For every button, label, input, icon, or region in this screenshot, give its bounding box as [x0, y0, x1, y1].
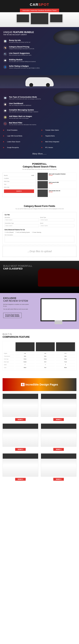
field-label: Brand [40, 222, 75, 224]
filter-row[interactable]: Condition [4, 177, 34, 180]
compare-label: Body Type [4, 360, 14, 363]
form-grid: Warrantee Select Option Brand Type Selec… [5, 217, 74, 227]
desc-textarea[interactable] [5, 236, 74, 242]
compare-value: Auto [36, 355, 55, 358]
feature-item: 📋 User DashBoard User can manag his prof… [3, 102, 76, 106]
designs-title: 6 Incredible Design Pages [21, 383, 58, 386]
filter-label: Body Type [4, 181, 12, 182]
compare-value: 3.5L [36, 352, 55, 355]
filter-row[interactable]: Year [4, 183, 34, 186]
car-price: $18,000 [49, 175, 75, 176]
compare-value: Truck [56, 360, 75, 363]
car-image [38, 190, 48, 197]
logo-post: SPOT [38, 2, 49, 6]
search-results: 2017 Audi A4 quattro Premium $18,000 201… [37, 172, 77, 197]
feature-desc: User can manag his profile from dashboar… [9, 105, 31, 106]
checkbox-option[interactable]: ☐ 4 Pin (Alloyed) [5, 232, 13, 233]
car-title: 2016 Honda Civic EX [49, 190, 75, 192]
demo-item[interactable]: DEMO 5 [2, 454, 38, 481]
filter-row[interactable]: Body Type [4, 180, 34, 183]
compare-image [56, 342, 75, 351]
compare-value: 7 [36, 363, 55, 366]
select-input[interactable]: Select Option [5, 218, 39, 221]
feature-title: Seller Rating & Badges [9, 65, 40, 67]
check-icon: ▸ [41, 140, 44, 143]
select-input[interactable]: Select Option [40, 224, 75, 227]
logo-pre: CAR [30, 2, 38, 6]
form-section: Category Based Form Fields You can ad fo… [0, 201, 79, 261]
feature-desc: You can remove words from description th… [9, 124, 36, 125]
filter-label: Brands [4, 175, 12, 176]
form-field: Brand Select Option [40, 222, 75, 227]
checkbox-option[interactable]: ☐ Power Steering [32, 232, 41, 233]
compare-title: BUILT IN COMPARISON FEATURE [2, 333, 77, 338]
feature-icon: 📋 [3, 102, 7, 106]
filter-value [12, 181, 34, 182]
car-card[interactable]: 2015 Lexus IS 250 $42,000 [37, 181, 77, 189]
feature-item: 🖼️ Add Water Mark on Images You can add … [3, 115, 76, 119]
compare-value: 2.0L [15, 352, 35, 355]
feature-title: User DashBoard [9, 102, 31, 104]
dropzone[interactable]: ☁ Drop files to upload [2, 246, 77, 257]
demo-item[interactable]: DEMO 3 [2, 424, 38, 451]
demo-item[interactable]: DEMO 4 [41, 424, 77, 451]
form-checks: ☐ 4 Pin (Alloyed)☐ Anti-Lock Braking Sys… [5, 232, 74, 233]
review-section: EXCLUSIVE CAR REVIEW SYSTEM We have inte… [0, 293, 79, 329]
compare-value: Red [36, 366, 55, 369]
more-text: Many More....... [3, 153, 76, 155]
grid-label: RTL Version [45, 147, 53, 148]
grid-item: ▸ Email Templates [3, 129, 38, 132]
demo-item[interactable]: DEMO 2 [41, 394, 77, 421]
car-image [38, 173, 48, 180]
form-field: Brand Type Select Option [40, 217, 75, 221]
field-label: Transmittion Type [5, 222, 39, 224]
feature-item: 💬 Bidding Module You can allow user to a… [3, 58, 76, 62]
car-card[interactable]: 2016 Honda Civic EX $22,500 [37, 189, 77, 197]
demo-item[interactable]: DEMO 6 [41, 454, 77, 481]
check-icon: ▸ [3, 140, 6, 143]
desc-field: Item Description [5, 234, 74, 242]
review-badge: No Extra Plugin Needed EVERYTHING INSIDE [3, 313, 22, 318]
search-sub: You can ad search filter as you like and… [2, 169, 77, 170]
feature-icon: 🔍 [3, 52, 7, 56]
compare-value: Auto [56, 355, 75, 358]
feature-item: 🏷️ Category Based Pricing Category based… [3, 46, 76, 50]
feature-item: 🔍 Live Search Suggesions Most convenient… [3, 52, 76, 56]
field-label: Warrantee [5, 217, 39, 218]
logo: CARSPOT [0, 2, 79, 7]
compare-label: Engine [4, 352, 14, 355]
theme-previews [0, 10, 79, 27]
select-input[interactable]: Select Option [5, 224, 39, 227]
compare-value: 5.7L [56, 352, 75, 355]
filter-row[interactable]: Drive Side [4, 186, 34, 189]
search-title: POWERFULLCategory Based Search Filters [2, 163, 77, 168]
feature-title: Add Water Mark on Images [9, 115, 32, 117]
form-title: Category Based Form Fields [2, 205, 77, 208]
compare-value: SUV [36, 360, 55, 363]
feature-desc: Advance rating system and admin can give… [9, 67, 40, 69]
feature-icon: 🖼️ [3, 115, 7, 119]
select-input[interactable]: Select Option [40, 218, 75, 221]
form-sub: You can ad form fields as per your categ… [2, 208, 77, 210]
compare-image [36, 342, 55, 351]
grid-item: ▸ Youtube Video Option [41, 129, 76, 132]
car-card[interactable]: 2017 Audi A4 quattro Premium $18,000 [37, 172, 77, 180]
car-info: 2017 Audi A4 quattro Premium $18,000 [48, 173, 76, 180]
compare-value: 5 [15, 363, 35, 366]
demo-screenshot [2, 424, 38, 447]
grid-item: ▸ Loation Base Search [3, 140, 38, 143]
search-button[interactable]: SEARCH [4, 190, 34, 193]
preview-thumb [16, 14, 29, 22]
classified-title: BUILD MOST POWERFULL CAR CLASSIFIED [3, 265, 76, 270]
search-form: Brands AUDI Condition Body Type Year Dri… [2, 172, 77, 197]
demo-item[interactable]: DEMO 1 [2, 394, 38, 421]
field-label: Brand Type [40, 217, 75, 218]
filter-row[interactable]: Brands AUDI [4, 174, 34, 177]
compare-value: Sedan [15, 360, 35, 363]
form-field: Warrantee Select Option [5, 217, 39, 221]
demo-label: DEMO 2 [53, 418, 64, 421]
feature-title: Category Based Pricing [9, 46, 34, 48]
checkbox-option[interactable]: ☐ Anti-Lock Braking System [15, 232, 30, 233]
demo-label: DEMO 4 [53, 448, 64, 451]
car-info: 2015 Lexus IS 250 $42,000 [48, 181, 76, 188]
